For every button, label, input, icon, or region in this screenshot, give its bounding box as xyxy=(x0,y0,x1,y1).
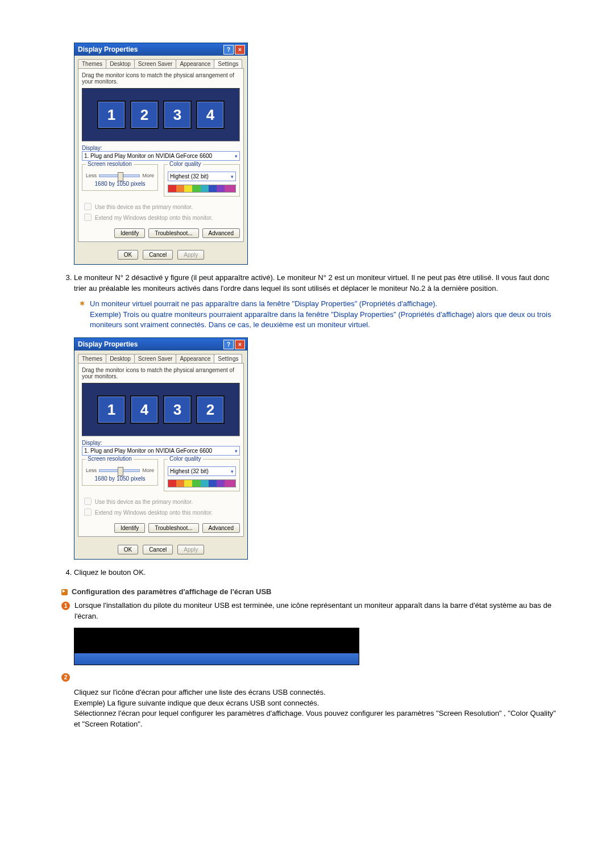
troubleshoot-button[interactable]: Troubleshoot... xyxy=(148,523,198,533)
color-quality-group: Color quality Highest (32 bit) ▾ xyxy=(164,459,240,491)
extend-desktop-checkbox: Extend my Windows desktop onto this moni… xyxy=(82,212,240,223)
tab-screen-saver[interactable]: Screen Saver xyxy=(134,354,177,363)
step-3-text: Le moniteur N° 2 désactivé y figure (il … xyxy=(74,273,562,331)
color-quality-value: Highest (32 bit) xyxy=(170,173,209,180)
resolution-value: 1680 by 1050 pixels xyxy=(86,475,154,482)
display-properties-dialog-2: Display Properties ? × Themes Desktop Sc… xyxy=(74,337,248,560)
tray-time: 2:25 PM xyxy=(338,657,357,663)
display-label: Display: xyxy=(82,440,240,446)
tray-icon: ◧ xyxy=(309,657,314,663)
display-dropdown[interactable]: 1. Plug and Play Monitor on NVIDIA GeFor… xyxy=(82,151,240,161)
color-quality-dropdown[interactable]: Highest (32 bit) ▾ xyxy=(168,172,236,181)
resolution-slider[interactable] xyxy=(99,174,140,177)
cancel-button[interactable]: Cancel xyxy=(143,250,173,260)
monitor-1[interactable]: 1 xyxy=(97,395,126,424)
color-strip xyxy=(168,185,236,193)
tab-screen-saver[interactable]: Screen Saver xyxy=(134,59,177,68)
tab-row: Themes Desktop Screen Saver Appearance S… xyxy=(74,56,247,68)
color-quality-label: Color quality xyxy=(168,456,203,462)
hint-text: Drag the monitor icons to match the phys… xyxy=(82,72,240,85)
tab-row: Themes Desktop Screen Saver Appearance S… xyxy=(74,350,247,363)
section-heading-usb-display: Configuration des paramètres d'affichage… xyxy=(61,587,562,596)
advanced-button[interactable]: Advanced xyxy=(202,228,240,238)
note-virtual-monitor: Un moniteur virtuel pourrait ne pas appa… xyxy=(74,299,562,331)
identify-button[interactable]: Identify xyxy=(114,523,145,533)
address-icon xyxy=(180,655,186,662)
window-title: Display Properties xyxy=(78,340,138,348)
screen-resolution-group: Screen resolution Less More 1680 by 1050… xyxy=(82,164,158,191)
tray-icon: 🖥 xyxy=(315,657,321,663)
address-bar: Address xyxy=(177,653,265,663)
monitor-arrangement[interactable]: 1 4 3 2 xyxy=(82,383,240,436)
monitor-4[interactable]: 4 xyxy=(130,395,159,424)
tab-appearance[interactable]: Appearance xyxy=(176,354,214,363)
address-label: Address xyxy=(189,656,208,661)
chevron-down-icon: ▾ xyxy=(231,469,234,474)
monitor-1[interactable]: 1 xyxy=(97,101,126,129)
identify-button[interactable]: Identify xyxy=(114,228,145,238)
tab-body: Drag the monitor icons to match the phys… xyxy=(78,363,244,537)
chevron-down-icon: ▾ xyxy=(235,153,238,159)
monitor-4[interactable]: 4 xyxy=(196,101,225,129)
help-button[interactable]: ? xyxy=(223,45,234,55)
extend-desktop-checkbox: Extend my Windows desktop onto this moni… xyxy=(82,507,240,518)
primary-monitor-checkbox: Use this device as the primary monitor. xyxy=(82,496,240,507)
monitor-3[interactable]: 3 xyxy=(163,101,192,129)
help-button[interactable]: ? xyxy=(223,340,234,349)
display-value: 1. Plug and Play Monitor on NVIDIA GeFor… xyxy=(84,153,212,159)
screen-resolution-group: Screen resolution Less More 1680 by 1050… xyxy=(82,459,158,486)
color-quality-group: Color quality Highest (32 bit) ▾ xyxy=(164,164,240,197)
more-label: More xyxy=(142,468,154,473)
tab-desktop[interactable]: Desktop xyxy=(106,354,135,363)
apply-button: Apply xyxy=(177,250,204,260)
bullet-2-lines: Cliquez sur l'icône d'écran pour affiche… xyxy=(74,687,562,730)
bullet-1-icon: 1 xyxy=(61,602,70,610)
monitor-arrangement[interactable]: 1 2 3 4 xyxy=(82,88,240,141)
color-quality-value: Highest (32 bit) xyxy=(170,468,209,474)
primary-monitor-checkbox: Use this device as the primary monitor. xyxy=(82,201,240,212)
system-tray: ◧ 🖥 🔊 ⚙ 2:25 PM xyxy=(309,657,357,663)
display-properties-dialog-1: Display Properties ? × Themes Desktop Sc… xyxy=(74,43,248,265)
less-label: Less xyxy=(86,173,97,178)
tab-appearance[interactable]: Appearance xyxy=(176,59,214,68)
chevron-down-icon: ▾ xyxy=(231,174,234,180)
tab-themes[interactable]: Themes xyxy=(78,59,106,68)
checkbox-group: Use this device as the primary monitor. … xyxy=(82,201,240,223)
monitor-2[interactable]: 2 xyxy=(130,101,159,129)
screen-resolution-label: Screen resolution xyxy=(86,456,134,462)
tab-themes[interactable]: Themes xyxy=(78,354,106,363)
display-value: 1. Plug and Play Monitor on NVIDIA GeFor… xyxy=(84,448,212,454)
color-strip xyxy=(168,479,236,487)
address-field xyxy=(210,654,262,662)
taskbar-screenshot: Address ◧ 🖥 🔊 ⚙ 2:25 PM xyxy=(74,628,359,665)
checkbox-group: Use this device as the primary monitor. … xyxy=(82,496,240,518)
resolution-slider[interactable] xyxy=(99,469,140,472)
tab-settings[interactable]: Settings xyxy=(214,59,242,68)
ok-button[interactable]: OK xyxy=(118,545,138,554)
troubleshoot-button[interactable]: Troubleshoot... xyxy=(148,228,198,238)
display-label: Display: xyxy=(82,145,240,151)
monitor-3[interactable]: 3 xyxy=(163,395,192,424)
display-dropdown[interactable]: 1. Plug and Play Monitor on NVIDIA GeFor… xyxy=(82,446,240,456)
hint-text: Drag the monitor icons to match the phys… xyxy=(82,367,240,379)
step-4-text: Cliquez le bouton OK. xyxy=(74,567,562,578)
bullet-2-icon: 2 xyxy=(61,673,70,682)
window-title: Display Properties xyxy=(78,45,138,53)
tray-icons: ◧ 🖥 🔊 ⚙ xyxy=(309,657,336,663)
cancel-button[interactable]: Cancel xyxy=(143,545,173,554)
monitor-2[interactable]: 2 xyxy=(196,395,225,424)
color-quality-label: Color quality xyxy=(168,161,203,167)
start-button xyxy=(74,653,85,665)
tray-icon: ⚙ xyxy=(330,657,335,663)
color-quality-dropdown[interactable]: Highest (32 bit) ▾ xyxy=(168,466,236,476)
ok-button[interactable]: OK xyxy=(118,250,138,260)
titlebar: Display Properties ? × xyxy=(74,338,247,350)
titlebar: Display Properties ? × xyxy=(74,43,247,56)
more-label: More xyxy=(142,173,154,178)
tab-desktop[interactable]: Desktop xyxy=(106,59,135,68)
less-label: Less xyxy=(86,468,97,473)
close-button[interactable]: × xyxy=(235,340,245,349)
close-button[interactable]: × xyxy=(235,45,245,55)
advanced-button[interactable]: Advanced xyxy=(202,523,240,533)
tab-settings[interactable]: Settings xyxy=(214,354,242,363)
